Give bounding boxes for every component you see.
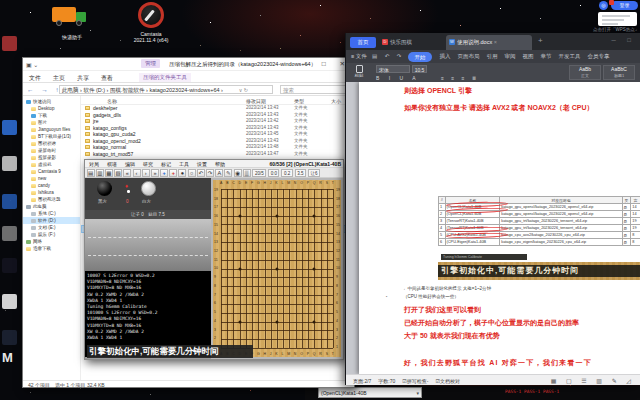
nav-arrows[interactable]: ← → ↑ — [27, 86, 62, 93]
sidebar-item-录屏临时[interactable]: 录屏临时 — [23, 147, 80, 154]
sidebar-item-下载[interactable]: 下载 — [23, 112, 80, 119]
column-header-类型[interactable]: 类型 — [294, 98, 304, 104]
explorer-titlebar[interactable]: ▣ ⌄ 管理 压缩包解压之后得到的目录（katago2023024-window… — [23, 58, 354, 71]
column-header-修改日期[interactable]: 修改日期 — [246, 98, 266, 104]
sidebar-item-文档 (E:)[interactable]: 文档 (E:) — [23, 224, 80, 231]
column-header-名称[interactable]: 名称 — [107, 98, 117, 104]
view-mode-icons[interactable]: ▦ ▢ ☰ ▥ ✎ ◿ — [551, 377, 635, 384]
ribbon-tab-引用[interactable]: 引用 — [483, 50, 501, 63]
desktop-edge-icon-3[interactable] — [2, 156, 17, 171]
search-input[interactable]: 搜索 — [280, 85, 352, 94]
sidebar-item-投屏录影[interactable]: 投屏录影 — [23, 154, 80, 161]
ribbon-tab-章节[interactable]: 章节 — [537, 50, 555, 63]
sidebar-item-围棋棋谱[interactable]: 围棋棋谱 — [23, 140, 80, 147]
sidebar-item-此电脑[interactable]: 此电脑 — [23, 203, 80, 210]
sidebar-item-迅雷下载[interactable]: 迅雷下载 — [23, 245, 80, 252]
popup-card[interactable] — [598, 12, 637, 26]
table-row[interactable]: katago_trt_mod572023/2/14 13:47文件夹 — [81, 151, 353, 158]
save-file-icon[interactable]: ▦ — [105, 169, 113, 177]
new-board-icon[interactable]: ▤ — [87, 169, 95, 177]
align-buttons[interactable]: ≡ ≡ ≡ ≣ — [441, 75, 479, 81]
toolbar-chip[interactable]: 让6 — [308, 169, 320, 177]
close-icon[interactable]: × — [494, 39, 497, 45]
ribbon-tab-插入[interactable]: 插入 — [436, 50, 454, 63]
font-size-select[interactable]: 10.5 — [412, 65, 427, 73]
white-stone-icon[interactable]: ○ — [188, 169, 196, 177]
menu-棋谱[interactable]: 棋谱 — [103, 160, 121, 168]
menu-设置[interactable]: 设置 — [193, 160, 211, 168]
sidebar-item-快速访问[interactable]: 快速访问 — [23, 98, 80, 105]
quick-access-toolbar-icons[interactable]: ▣ ⌄ — [26, 61, 38, 68]
font-select[interactable]: 宋体 — [376, 65, 410, 73]
engine-dropdown[interactable]: (OpenCL)Kata1-40B▾ — [318, 387, 422, 398]
desktop-edge-icon-1[interactable] — [2, 36, 17, 51]
toolbar-chip[interactable]: 3.5 — [295, 169, 306, 177]
column-header-大小[interactable]: 大小 — [331, 98, 341, 104]
print-icon[interactable]: ▧ — [114, 169, 122, 177]
desktop-edge-icon-5[interactable] — [2, 226, 17, 241]
window-controls[interactable]: ─ □ ✕ — [303, 60, 351, 68]
paste-button[interactable]: 粘贴 — [351, 65, 367, 80]
redo-icon[interactable]: ↷ — [206, 169, 214, 177]
style-正文[interactable]: AaBb正文 — [569, 65, 601, 80]
tab-start[interactable]: 开始 — [408, 52, 432, 62]
sidebar-item-网络[interactable]: 网络 — [23, 238, 80, 245]
open-file-icon[interactable]: ▥ — [96, 169, 104, 177]
refresh-icon[interactable]: ∨ ↻ — [239, 87, 248, 93]
login-button[interactable]: 登录 — [611, 1, 638, 10]
territory-icon[interactable]: ▒ — [243, 169, 251, 177]
ribbon-tab-页面布局[interactable]: 页面布局 — [454, 50, 483, 63]
window-controls[interactable]: ─ □ — [611, 37, 636, 43]
black-stone-icon[interactable]: ● — [178, 169, 186, 177]
sidebar-item-图片[interactable]: 图片 — [23, 119, 80, 126]
menu-研究[interactable]: 研究 — [139, 160, 157, 168]
sidebar-item-系统 (C:)[interactable]: 系统 (C:) — [23, 210, 80, 217]
ribbon-tab-开发工具[interactable]: 开发工具 — [555, 50, 584, 63]
toolbar-chip[interactable]: 20/5 — [252, 169, 266, 177]
format-buttons[interactable]: B I U A — [376, 75, 420, 81]
toolbar-chip[interactable]: 0:0 — [268, 169, 279, 177]
save-undo-redo-icons[interactable]: ▤ ↶ ↷ — [372, 53, 404, 59]
new-tab-button[interactable]: + — [538, 36, 543, 45]
next-move-icon[interactable]: › — [142, 169, 150, 177]
menu-编辑[interactable]: 编辑 — [121, 160, 139, 168]
desktop-icon-truck[interactable] — [50, 3, 94, 33]
desktop-edge-icon-4[interactable] — [2, 194, 17, 209]
sidebar-item-Camtasia 9[interactable]: Camtasia 9 — [23, 168, 80, 175]
letter-mark-icon[interactable]: A — [215, 169, 223, 177]
manage-contextual-tab[interactable]: 管理 — [141, 59, 160, 68]
sidebar-item-BT下载目录(1/3)[interactable]: BT下载目录(1/3) — [23, 133, 80, 140]
toolbar-chip[interactable]: 0.2 — [281, 169, 292, 177]
sidebar-item-Jianguoyun files[interactable]: Jianguoyun files — [23, 126, 80, 133]
desktop-edge-icon-2[interactable] — [2, 120, 17, 135]
red-mark-icon[interactable]: + — [169, 169, 177, 177]
analysis-icon[interactable]: ◉ — [234, 169, 242, 177]
last-move-icon[interactable]: » — [151, 169, 159, 177]
assistant-icon[interactable]: ◎ — [599, 1, 608, 10]
compressed-folder-tools-tab[interactable]: 压缩的文件夹工具 — [139, 73, 191, 82]
go-board[interactable]: ABCDEFGHJKLMNOPQRST ABCDEFGHJKLMNOPQRST … — [213, 180, 341, 357]
sidebar-item-Ishikura[interactable]: Ishikura — [23, 189, 80, 196]
desktop-edge-icon-7[interactable] — [2, 294, 17, 309]
sidebar-item-娱乐 (F:)[interactable]: 娱乐 (F:) — [23, 231, 80, 238]
desktop-icon-m-label[interactable]: M — [2, 350, 13, 365]
undo-icon[interactable]: ↶ — [197, 169, 205, 177]
sidebar-item-new[interactable]: new — [23, 175, 80, 182]
pen-mark-icon[interactable]: ✎ — [224, 169, 232, 177]
desktop-edge-icon-8[interactable] — [2, 330, 17, 345]
tab-doc1[interactable]: D快乐围棋 — [380, 37, 442, 48]
sidebar-item-软件 (D:)[interactable]: 软件 (D:) — [23, 217, 80, 224]
sidebar-item-围棋死活题[interactable]: 围棋死活题 — [23, 196, 80, 203]
ribbon-tab-审阅[interactable]: 审阅 — [501, 50, 519, 63]
ribbon-tab-会员专享[interactable]: 会员专享 — [584, 50, 613, 63]
menu-帮助[interactable]: 帮助 — [211, 160, 229, 168]
tab-home[interactable]: 首页 — [350, 37, 376, 48]
document-page[interactable]: 则选择 OPENCL 引擎 如果你没有独立显卡 请选择 AVX2 或者 NOAV… — [359, 82, 640, 374]
ribbon-tab-视图[interactable]: 视图 — [519, 50, 537, 63]
first-move-icon[interactable]: « — [123, 169, 131, 177]
sidebar-item-虚拟机[interactable]: 虚拟机 — [23, 161, 80, 168]
sidebar-item-candy[interactable]: candy — [23, 182, 80, 189]
style-标题1[interactable]: AaBbC标题1 — [603, 65, 635, 80]
menu-对局[interactable]: 对局 — [85, 160, 103, 168]
menu-工具[interactable]: 工具 — [175, 160, 193, 168]
